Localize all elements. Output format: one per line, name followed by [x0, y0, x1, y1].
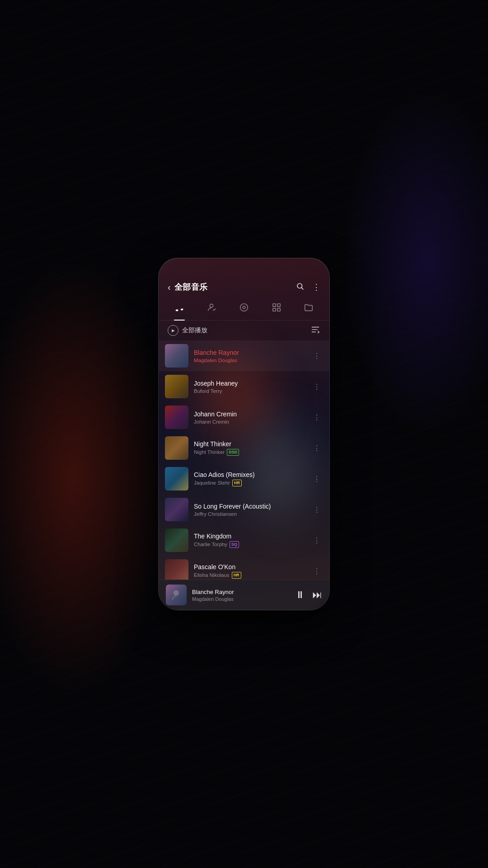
tab-album[interactable]	[233, 301, 255, 316]
song-info: Ciao Adios (Remixes) Jaqueline Stehr HR	[194, 471, 306, 486]
song-info: So Long Forever (Acoustic) Jeffry Christ…	[194, 503, 306, 517]
tab-folder[interactable]	[297, 301, 320, 316]
song-title: Joseph Heaney	[194, 380, 306, 387]
album-tab-icon	[239, 302, 249, 315]
song-more-button[interactable]: ⋮	[311, 502, 322, 518]
song-item[interactable]: Pascale O'Kon Elisha Nikolaus HR ⋮	[159, 556, 329, 580]
song-title: Johann Cremin	[194, 410, 306, 418]
svg-line-1	[301, 288, 303, 289]
song-item[interactable]: So Long Forever (Acoustic) Jeffry Christ…	[159, 494, 329, 525]
page-title: 全部音乐	[174, 282, 208, 292]
phone-frame: ‹ 全部音乐 ⋮	[158, 258, 330, 610]
song-info: Pascale O'Kon Elisha Nikolaus HR	[194, 563, 306, 579]
song-artist: Elisha Nikolaus	[194, 572, 230, 578]
song-thumbnail	[165, 498, 188, 521]
song-meta: Jaqueline Stehr HR	[194, 480, 306, 486]
svg-point-0	[297, 283, 302, 288]
song-artist: Jeffry Christiansen	[194, 511, 237, 517]
song-meta: Charlie Torphy SQ	[194, 541, 306, 548]
artist-tab-icon	[206, 302, 216, 315]
song-more-button[interactable]: ⋮	[311, 563, 322, 579]
now-playing-controls: ⏸ ⏭	[295, 589, 322, 601]
now-playing-bar[interactable]: Blanche Raynor Magdalen Douglas ⏸ ⏭	[159, 580, 329, 610]
quality-badge: HR	[232, 572, 241, 579]
song-more-button[interactable]: ⋮	[311, 410, 322, 425]
svg-point-4	[243, 306, 245, 309]
song-title: Pascale O'Kon	[194, 563, 306, 571]
now-playing-title: Blanche Raynor	[192, 589, 290, 595]
song-info: Johann Cremin Johann Cremin	[194, 410, 306, 425]
svg-rect-6	[277, 304, 280, 307]
sort-button[interactable]	[310, 326, 320, 335]
music-tab-icon	[174, 302, 184, 315]
song-more-button[interactable]: ⋮	[311, 533, 322, 548]
quality-badge: DSD	[227, 449, 239, 456]
song-meta: Elisha Nikolaus HR	[194, 572, 306, 579]
song-item[interactable]: Blanche Raynor Magdalen Douglas ⋮	[159, 340, 329, 371]
quality-badge: HR	[232, 480, 242, 486]
svg-rect-8	[277, 308, 280, 311]
song-info: The Kingdom Charlie Torphy SQ	[194, 533, 306, 548]
song-thumbnail	[165, 375, 188, 398]
thumb-figure	[165, 528, 188, 552]
svg-point-12	[174, 590, 179, 596]
more-icon[interactable]: ⋮	[312, 282, 320, 292]
thumb-figure	[165, 467, 188, 491]
song-thumbnail	[165, 436, 188, 460]
skip-button[interactable]: ⏭	[312, 589, 322, 601]
svg-point-3	[240, 304, 248, 311]
play-all-button[interactable]: ▶ 全部播放	[168, 325, 207, 336]
thumb-figure	[165, 406, 188, 429]
thumb-figure	[165, 375, 188, 398]
thumb-figure	[165, 498, 188, 521]
song-item[interactable]: Ciao Adios (Remixes) Jaqueline Stehr HR …	[159, 463, 329, 494]
song-title: Ciao Adios (Remixes)	[194, 471, 306, 478]
song-meta: Buford Terry	[194, 388, 306, 394]
thumb-figure	[165, 436, 188, 460]
header-right: ⋮	[296, 282, 320, 292]
back-button[interactable]: ‹	[168, 283, 171, 292]
now-playing-info: Blanche Raynor Magdalen Douglas	[192, 589, 290, 602]
now-playing-thumb	[166, 585, 187, 605]
song-artist: Jaqueline Stehr	[194, 480, 230, 486]
song-thumbnail	[165, 559, 188, 580]
song-more-button[interactable]: ⋮	[311, 440, 322, 456]
song-artist: Charlie Torphy	[194, 542, 227, 547]
song-title: Blanche Raynor	[194, 349, 306, 356]
tab-artist[interactable]	[200, 301, 223, 316]
tab-grid[interactable]	[265, 301, 288, 316]
song-meta: Johann Cremin	[194, 419, 306, 425]
song-title: Night Thinker	[194, 440, 306, 448]
song-artist: Johann Cremin	[194, 419, 229, 425]
thumb-figure	[165, 344, 188, 368]
search-icon[interactable]	[296, 282, 304, 292]
pause-button[interactable]: ⏸	[295, 589, 305, 601]
tab-music[interactable]	[168, 301, 191, 316]
song-item[interactable]: Joseph Heaney Buford Terry ⋮	[159, 371, 329, 402]
song-artist: Buford Terry	[194, 388, 222, 394]
song-more-button[interactable]: ⋮	[311, 348, 322, 364]
svg-rect-7	[272, 308, 275, 311]
song-item[interactable]: Johann Cremin Johann Cremin ⋮	[159, 402, 329, 433]
song-item[interactable]: Night Thinker Night Thinker DSD ⋮	[159, 433, 329, 463]
play-all-icon: ▶	[168, 325, 178, 336]
song-more-button[interactable]: ⋮	[311, 379, 322, 395]
song-info: Night Thinker Night Thinker DSD	[194, 440, 306, 456]
song-thumbnail	[165, 344, 188, 368]
header-left: ‹ 全部音乐	[168, 282, 208, 292]
action-bar: ▶ 全部播放	[159, 321, 329, 340]
song-meta: Jeffry Christiansen	[194, 511, 306, 517]
song-thumbnail	[165, 528, 188, 552]
song-artist: Magdalen Douglas	[194, 358, 237, 363]
folder-tab-icon	[304, 302, 314, 315]
quality-badge: SQ	[230, 541, 239, 548]
grid-tab-icon	[272, 302, 282, 315]
song-item[interactable]: The Kingdom Charlie Torphy SQ ⋮	[159, 525, 329, 556]
thumb-figure	[165, 559, 188, 580]
song-thumbnail	[165, 467, 188, 491]
song-more-button[interactable]: ⋮	[311, 471, 322, 487]
song-info: Joseph Heaney Buford Terry	[194, 380, 306, 394]
song-list: Blanche Raynor Magdalen Douglas ⋮ Joseph…	[159, 340, 329, 580]
song-info: Blanche Raynor Magdalen Douglas	[194, 349, 306, 363]
tab-bar	[159, 298, 329, 321]
